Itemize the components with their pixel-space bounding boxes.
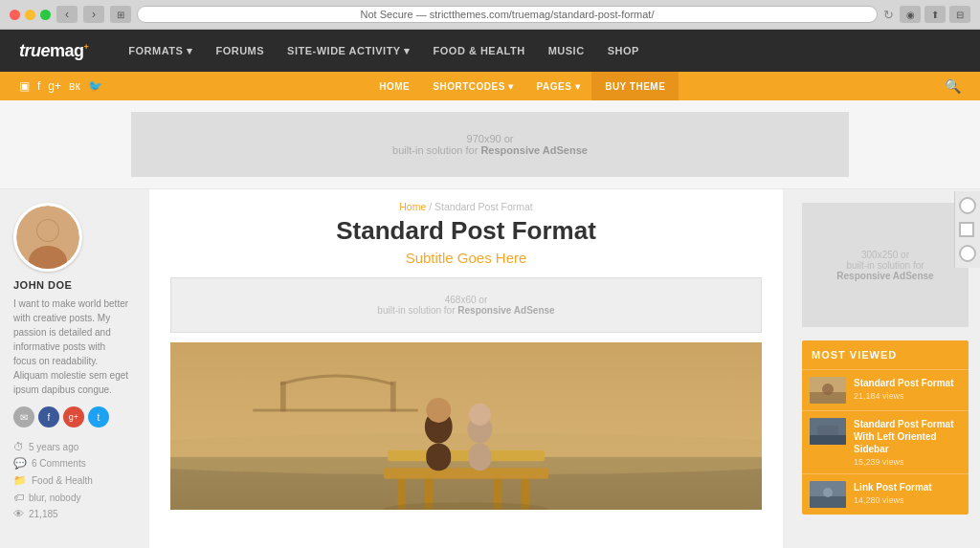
tab-icon[interactable]: ⊞ — [110, 6, 131, 23]
circle-icon-bottom[interactable] — [959, 245, 976, 262]
twitter-social-icon[interactable]: 🐦 — [88, 79, 102, 93]
address-bar[interactable]: Not Secure — strictthemes.com/truemag/st… — [137, 6, 878, 23]
post-ad-banner: 468x60 or built-in solution for Responsi… — [170, 277, 762, 333]
mv-title-3: Link Post Format — [854, 481, 932, 493]
close-button[interactable] — [10, 10, 20, 20]
svg-rect-11 — [388, 450, 545, 461]
menu-item-music[interactable]: MUSIC — [537, 30, 596, 72]
svg-point-31 — [823, 488, 833, 497]
most-viewed-title: MOST VIEWED — [802, 340, 969, 369]
message-social-icon[interactable]: ✉ — [13, 406, 34, 427]
menu-item-sitewide[interactable]: SITE-WIDE ACTIVITY ▾ — [276, 30, 421, 72]
meta-category[interactable]: 📁 Food & Health — [13, 474, 130, 487]
sub-nav-social: ▣ f g+ вк 🐦 — [19, 79, 102, 93]
logo-text-true: true — [19, 41, 50, 60]
ad-desc-text: built-in solution for Responsive AdSense — [392, 144, 588, 156]
menu-item-food[interactable]: FOOD & HEALTH — [422, 30, 537, 72]
meta-views: 👁 21,185 — [13, 508, 130, 519]
fullscreen-button[interactable] — [40, 10, 51, 20]
minimize-button[interactable] — [25, 10, 35, 20]
right-ad-size: 300x250 or — [861, 250, 909, 260]
folder-icon: 📁 — [13, 474, 27, 487]
refresh-icon[interactable]: ↻ — [883, 8, 894, 22]
svg-point-3 — [37, 220, 58, 241]
breadcrumb-current: Standard Post Format — [434, 201, 533, 212]
square-icon-mid[interactable] — [959, 222, 974, 237]
mv-title-1: Standard Post Format — [854, 377, 953, 389]
svg-rect-30 — [810, 496, 846, 508]
settings-icon[interactable]: ⊟ — [949, 6, 970, 23]
bench-scene-svg — [170, 342, 762, 510]
forward-nav-button[interactable]: › — [83, 6, 104, 23]
sub-nav-center: HOME SHORTCODES ▾ PAGES ▾ BUY THEME — [102, 72, 945, 100]
author-social-icons: ✉ f g+ t — [13, 406, 130, 427]
twitter-author-icon[interactable]: t — [88, 406, 109, 427]
clock-icon: ⏱ — [13, 441, 24, 452]
mv-thumb-2 — [810, 418, 846, 445]
sub-nav: ▣ f g+ вк 🐦 HOME SHORTCODES ▾ PAGES ▾ BU… — [0, 72, 980, 100]
svg-rect-10 — [384, 469, 548, 479]
svg-rect-28 — [817, 426, 838, 435]
mv-item-1[interactable]: Standard Post Format 21,184 views — [802, 369, 969, 410]
subnav-pages[interactable]: PAGES ▾ — [525, 72, 592, 100]
post-subtitle: Subtitle Goes Here — [170, 250, 762, 266]
traffic-lights — [10, 10, 51, 20]
breadcrumb: Home / Standard Post Format — [170, 189, 762, 216]
back-nav-button[interactable]: ‹ — [56, 6, 78, 23]
breadcrumb-home-link[interactable]: Home — [399, 201, 426, 212]
mv-thumb-3 — [810, 481, 846, 508]
main-menu: FORMATS ▾ FORUMS SITE-WIDE ACTIVITY ▾ FO… — [117, 30, 961, 72]
site-logo[interactable]: truemag+ — [19, 41, 88, 61]
share-icon[interactable]: ⬆ — [924, 6, 946, 23]
vk-social-icon[interactable]: вк — [69, 79, 80, 93]
facebook-author-icon[interactable]: f — [38, 406, 59, 427]
right-ad-banner: 300x250 or built-in solution for Respons… — [802, 203, 969, 327]
svg-rect-27 — [810, 435, 846, 445]
ad-size-text: 970x90 or — [467, 133, 514, 144]
tag-icon: 🏷 — [13, 492, 24, 503]
menu-item-formats[interactable]: FORMATS ▾ — [117, 30, 204, 72]
svg-rect-21 — [469, 444, 491, 471]
search-icon[interactable]: 🔍 — [945, 78, 961, 94]
main-content-area: JOHN DOE I want to make world better wit… — [0, 189, 980, 548]
post-ad-text: built-in solution for Responsive AdSense — [377, 305, 554, 316]
circle-icon-top[interactable] — [959, 197, 976, 214]
post-title: Standard Post Format — [170, 216, 762, 246]
browser-extra-icons: ◉ ⬆ ⊟ — [900, 6, 970, 23]
subnav-shortcodes[interactable]: SHORTCODES ▾ — [421, 72, 524, 100]
website: truemag+ FORMATS ▾ FORUMS SITE-WIDE ACTI… — [0, 30, 980, 548]
mv-thumb-1 — [810, 377, 846, 404]
main-nav: truemag+ FORMATS ▾ FORUMS SITE-WIDE ACTI… — [0, 30, 980, 72]
comment-icon: 💬 — [13, 457, 27, 470]
mv-item-2[interactable]: Standard Post Format With Left Oriented … — [802, 410, 969, 473]
gplus-social-icon[interactable]: g+ — [48, 79, 61, 93]
meta-time: ⏱ 5 years ago — [13, 441, 130, 452]
mv-item-3[interactable]: Link Post Format 14,280 views — [802, 473, 969, 515]
svg-rect-18 — [426, 444, 451, 471]
ad-banner: 970x90 or built-in solution for Responsi… — [131, 112, 849, 177]
meta-comments[interactable]: 💬 6 Comments — [13, 457, 130, 470]
post-ad-size: 468x60 or — [445, 295, 487, 305]
svg-point-25 — [822, 384, 834, 395]
extension-icon[interactable]: ◉ — [900, 6, 921, 23]
subnav-buytheme[interactable]: BUY THEME — [591, 72, 679, 100]
mv-info-1: Standard Post Format 21,184 views — [854, 377, 953, 401]
left-sidebar: JOHN DOE I want to make world better wit… — [0, 189, 142, 548]
menu-item-shop[interactable]: SHOP — [596, 30, 651, 72]
facebook-social-icon[interactable]: f — [37, 79, 40, 93]
meta-tag[interactable]: 🏷 blur, nobody — [13, 492, 130, 503]
rss-social-icon[interactable]: ▣ — [19, 79, 30, 93]
logo-sup: + — [84, 42, 89, 52]
author-bio: I want to make world better with creativ… — [13, 296, 130, 397]
center-content: Home / Standard Post Format Standard Pos… — [149, 189, 783, 548]
menu-item-forums[interactable]: FORUMS — [204, 30, 276, 72]
far-right-panel — [954, 191, 980, 268]
svg-rect-9 — [390, 382, 396, 412]
mv-views-2: 15,239 views — [854, 457, 961, 467]
gplus-author-icon[interactable]: g+ — [63, 406, 84, 427]
most-viewed-widget: MOST VIEWED Standard Post Format 21,184 … — [802, 340, 969, 515]
browser-chrome: ‹ › ⊞ Not Secure — strictthemes.com/true… — [0, 0, 980, 30]
subnav-home[interactable]: HOME — [368, 72, 421, 100]
svg-point-17 — [426, 398, 451, 423]
logo-text-mag: mag — [50, 41, 84, 60]
